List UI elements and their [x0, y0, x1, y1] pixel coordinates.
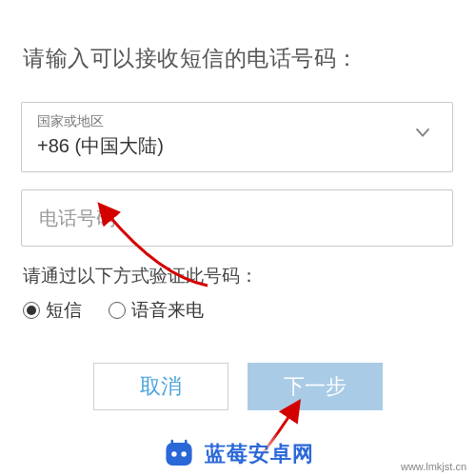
- svg-rect-4: [184, 440, 187, 446]
- country-value: +86 (中国大陆): [37, 133, 437, 159]
- watermark: 蓝莓安卓网 www.lmkjst.cn: [0, 432, 476, 476]
- cancel-button[interactable]: 取消: [93, 363, 228, 410]
- svg-rect-0: [166, 443, 191, 466]
- next-button[interactable]: 下一步: [248, 363, 383, 410]
- phone-input[interactable]: [37, 207, 437, 230]
- radio-voice[interactable]: 语音来电: [109, 298, 204, 323]
- country-select[interactable]: 国家或地区 +86 (中国大陆): [21, 102, 453, 172]
- radio-sms[interactable]: 短信: [23, 298, 82, 323]
- svg-rect-3: [170, 440, 173, 446]
- country-label: 国家或地区: [37, 112, 437, 129]
- svg-point-1: [171, 451, 176, 456]
- radio-sms-label: 短信: [46, 298, 82, 323]
- radio-dot-icon: [23, 302, 40, 319]
- radio-voice-label: 语音来电: [131, 298, 204, 323]
- verify-label: 请通过以下方式验证此号码：: [23, 264, 455, 288]
- button-row: 取消 下一步: [21, 363, 455, 410]
- watermark-text: 蓝莓安卓网: [205, 440, 314, 468]
- verify-radio-group: 短信 语音来电: [23, 298, 455, 323]
- phone-field[interactable]: [21, 189, 453, 247]
- radio-dot-icon: [109, 302, 126, 319]
- svg-point-2: [181, 451, 186, 456]
- logo-icon: [163, 438, 195, 470]
- watermark-url: www.lmkjst.cn: [401, 461, 466, 472]
- page-title: 请输入可以接收短信的电话号码：: [23, 44, 455, 73]
